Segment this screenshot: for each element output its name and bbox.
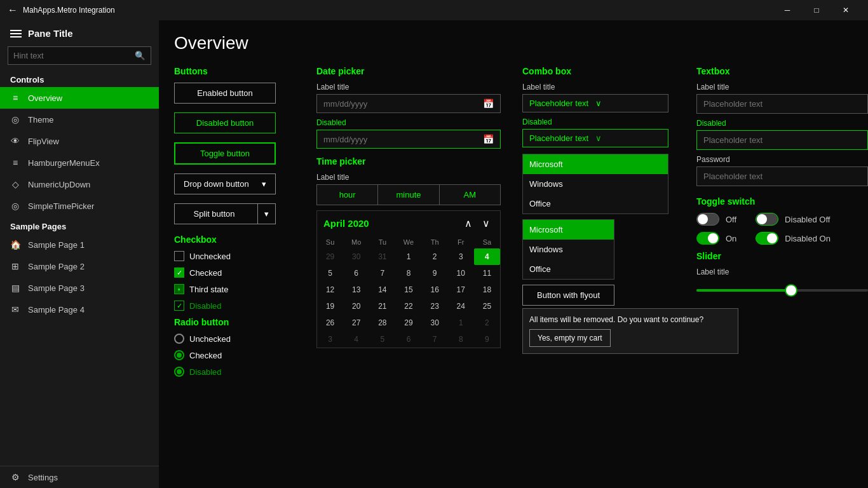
cal-cell[interactable]: 16 bbox=[422, 281, 448, 298]
textbox-enabled[interactable] bbox=[696, 94, 868, 114]
checkbox-unchecked-box[interactable] bbox=[174, 251, 184, 261]
checkbox-third-box[interactable]: ▪ bbox=[174, 284, 184, 294]
cal-cell[interactable]: 25 bbox=[474, 298, 500, 315]
cal-cell[interactable]: 7 bbox=[422, 331, 448, 348]
cal-cell[interactable]: 31 bbox=[369, 248, 395, 265]
search-input[interactable] bbox=[8, 47, 130, 64]
date-input-enabled[interactable]: 📅 bbox=[316, 94, 501, 113]
cal-cell[interactable]: 22 bbox=[395, 298, 421, 315]
cal-cell[interactable]: 19 bbox=[317, 298, 343, 315]
cal-cell[interactable]: 8 bbox=[448, 331, 474, 348]
cal-cell[interactable]: 29 bbox=[317, 248, 343, 265]
cal-cell[interactable]: 3 bbox=[448, 248, 474, 265]
cal-cell[interactable]: 30 bbox=[343, 248, 369, 265]
list-item-office-1[interactable]: Office bbox=[523, 194, 668, 214]
cal-cell[interactable]: 28 bbox=[369, 315, 395, 331]
maximize-button[interactable]: □ bbox=[802, 0, 831, 20]
calendar-prev-btn[interactable]: ∧ bbox=[461, 216, 476, 231]
hamburger-icon[interactable] bbox=[10, 30, 22, 37]
cal-cell[interactable]: 5 bbox=[317, 265, 343, 281]
checkbox-unchecked[interactable]: Unchecked bbox=[174, 251, 301, 261]
radio-checked[interactable]: Checked bbox=[174, 350, 301, 360]
toggle-off[interactable] bbox=[696, 213, 719, 226]
sidebar-item-settings[interactable]: ⚙ Settings bbox=[0, 466, 159, 488]
cal-cell[interactable]: 2 bbox=[474, 315, 500, 331]
sidebar-item-numeric[interactable]: ◇ NumericUpDown bbox=[0, 173, 159, 195]
sidebar-item-sp2[interactable]: ⊞ Sample Page 2 bbox=[0, 255, 159, 277]
password-field[interactable] bbox=[703, 172, 861, 181]
cal-cell[interactable]: 4 bbox=[343, 331, 369, 348]
cal-cell[interactable]: 26 bbox=[317, 315, 343, 331]
cal-cell[interactable]: 6 bbox=[395, 331, 421, 348]
list-item-office-2[interactable]: Office bbox=[523, 259, 614, 279]
flyout-button[interactable]: Button with flyout bbox=[522, 285, 614, 306]
cal-cell[interactable]: 18 bbox=[474, 281, 500, 298]
sidebar-item-theme[interactable]: ◎ Theme bbox=[0, 109, 159, 130]
sidebar-item-flipview[interactable]: 👁 FlipView bbox=[0, 130, 159, 152]
cal-cell-today[interactable]: 4 bbox=[474, 248, 500, 265]
split-button-arrow[interactable]: ▾ bbox=[257, 204, 275, 224]
cal-cell[interactable]: 7 bbox=[369, 265, 395, 281]
minimize-button[interactable]: ─ bbox=[773, 0, 802, 20]
flyout-confirm-button[interactable]: Yes, empty my cart bbox=[529, 329, 611, 347]
cal-cell[interactable]: 3 bbox=[317, 331, 343, 348]
radio-unchecked-btn[interactable] bbox=[174, 334, 184, 344]
back-icon[interactable]: ← bbox=[8, 4, 18, 16]
checkbox-checked-box[interactable]: ✓ bbox=[174, 268, 184, 278]
sidebar-item-sp3[interactable]: ▤ Sample Page 3 bbox=[0, 277, 159, 299]
combobox-enabled[interactable]: Placeholder text ∨ bbox=[522, 94, 668, 112]
cal-cell[interactable]: 1 bbox=[395, 248, 421, 265]
ampm-picker[interactable]: AM bbox=[440, 185, 500, 205]
cal-cell[interactable]: 27 bbox=[343, 315, 369, 331]
cal-cell[interactable]: 17 bbox=[448, 281, 474, 298]
date-field[interactable] bbox=[323, 99, 483, 109]
checkbox-third[interactable]: ▪ Third state bbox=[174, 284, 301, 294]
radio-checked-btn[interactable] bbox=[174, 350, 184, 360]
slider-container[interactable] bbox=[696, 279, 868, 297]
list-item-microsoft-1[interactable]: Microsoft bbox=[523, 154, 668, 174]
cal-cell[interactable]: 11 bbox=[474, 265, 500, 281]
checkbox-checked[interactable]: ✓ Checked bbox=[174, 268, 301, 278]
radio-unchecked[interactable]: Unchecked bbox=[174, 334, 301, 344]
sidebar-item-hamburger[interactable]: ≡ HamburgerMenuEx bbox=[0, 152, 159, 173]
sidebar-item-overview[interactable]: ≡ Overview bbox=[0, 87, 159, 109]
cal-cell[interactable]: 24 bbox=[448, 298, 474, 315]
sidebar-item-sp1[interactable]: 🏠 Sample Page 1 bbox=[0, 234, 159, 255]
textbox-field[interactable] bbox=[703, 99, 861, 109]
cal-cell[interactable]: 9 bbox=[474, 331, 500, 348]
cal-cell[interactable]: 21 bbox=[369, 298, 395, 315]
list-item-windows-1[interactable]: Windows bbox=[523, 174, 668, 194]
cal-cell[interactable]: 1 bbox=[448, 315, 474, 331]
toggle-button[interactable]: Toggle button bbox=[174, 142, 276, 165]
toggle-on[interactable] bbox=[696, 232, 719, 245]
list-item-microsoft-2[interactable]: Microsoft bbox=[523, 220, 614, 240]
minute-picker[interactable]: minute bbox=[378, 185, 439, 205]
cal-cell[interactable]: 13 bbox=[343, 281, 369, 298]
sidebar-item-simpletimepicker[interactable]: ◎ SimpleTimePicker bbox=[0, 195, 159, 217]
cal-cell[interactable]: 20 bbox=[343, 298, 369, 315]
cal-cell[interactable]: 12 bbox=[317, 281, 343, 298]
dropdown-button[interactable]: Drop down button ▾ bbox=[174, 173, 276, 194]
cal-cell[interactable]: 2 bbox=[422, 248, 448, 265]
cal-cell[interactable]: 8 bbox=[395, 265, 421, 281]
search-button[interactable]: 🔍 bbox=[130, 47, 151, 64]
cal-cell[interactable]: 15 bbox=[395, 281, 421, 298]
cal-cell[interactable]: 30 bbox=[422, 315, 448, 331]
cal-cell[interactable]: 10 bbox=[448, 265, 474, 281]
cal-cell[interactable]: 9 bbox=[422, 265, 448, 281]
slider-thumb[interactable] bbox=[785, 284, 797, 297]
split-button[interactable]: Split button ▾ bbox=[174, 203, 276, 224]
cal-cell[interactable]: 14 bbox=[369, 281, 395, 298]
list-item-windows-2[interactable]: Windows bbox=[523, 240, 614, 259]
enabled-button[interactable]: Enabled button bbox=[174, 83, 276, 104]
cal-cell[interactable]: 29 bbox=[395, 315, 421, 331]
cal-cell[interactable]: 5 bbox=[369, 331, 395, 348]
calendar-next-btn[interactable]: ∨ bbox=[478, 216, 494, 231]
close-button[interactable]: ✕ bbox=[831, 0, 860, 20]
textbox-password[interactable] bbox=[696, 166, 868, 186]
cal-cell[interactable]: 6 bbox=[343, 265, 369, 281]
split-button-main[interactable]: Split button bbox=[175, 204, 254, 224]
hour-picker[interactable]: hour bbox=[317, 185, 378, 205]
sidebar-item-sp4[interactable]: ✉ Sample Page 4 bbox=[0, 299, 159, 320]
cal-cell[interactable]: 23 bbox=[422, 298, 448, 315]
